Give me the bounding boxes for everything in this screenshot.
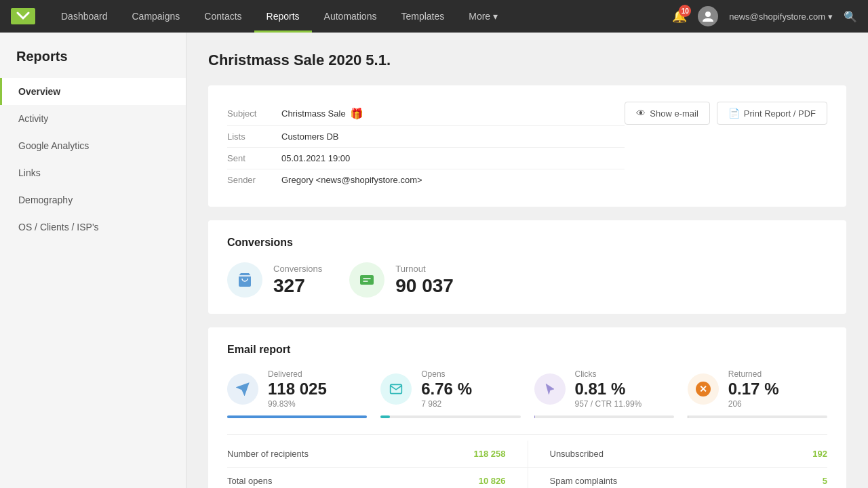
clicks-icon — [534, 373, 566, 405]
email-stats-row: Delivered 118 025 99.83% — [227, 369, 827, 418]
nav-reports[interactable]: Reports — [254, 0, 312, 33]
nav-right-actions: 🔔 10 news@shopifystore.com ▾ 🔍 — [672, 6, 857, 26]
user-avatar[interactable] — [698, 6, 718, 26]
opens-icon — [380, 373, 412, 405]
svg-point-0 — [705, 12, 711, 17]
sidebar-item-google-analytics[interactable]: Google Analytics — [0, 132, 186, 159]
delivered-sub: 99.83% — [268, 399, 327, 409]
delivered-value: 118 025 — [268, 380, 327, 398]
turnout-icon — [349, 262, 384, 298]
returned-label: Returned — [728, 369, 779, 379]
returned-sub: 206 — [728, 399, 779, 409]
total-opens-row: Total opens 10 826 — [227, 468, 528, 488]
sender-value: Gregory <news@shopifystore.com> — [281, 175, 422, 185]
app-logo[interactable] — [11, 8, 35, 24]
email-report-section-title: Email report — [227, 344, 827, 356]
sidebar-title: Reports — [0, 49, 186, 78]
opens-progress — [380, 415, 520, 418]
nav-more[interactable]: More ▾ — [456, 0, 510, 33]
lists-value: Customers DB — [281, 131, 339, 142]
recipients-label: Number of recipients — [227, 449, 309, 459]
print-report-button[interactable]: 📄 Print Report / PDF — [717, 102, 827, 125]
spam-complaints-row: Spam complaints 5 — [528, 468, 828, 488]
delivered-icon — [227, 373, 258, 405]
sidebar-item-overview[interactable]: Overview — [0, 78, 186, 105]
subject-label: Subject — [227, 108, 281, 119]
subject-row: Subject Christmass Sale 🎁 — [227, 102, 625, 126]
unsubscribed-value: 192 — [812, 449, 827, 459]
opens-value: 6.76 % — [421, 380, 472, 398]
returned-stat: ✕ Returned 0.17 % 206 — [688, 369, 827, 418]
campaign-info-card: Subject Christmass Sale 🎁 Lists Customer… — [208, 85, 846, 207]
spam-complaints-value: 5 — [823, 476, 827, 486]
turnout-stat: Turnout 90 037 — [349, 262, 454, 298]
email-report-card: Email report Delivered 118 025 — [208, 327, 846, 488]
conversions-info: Conversions 327 — [273, 264, 322, 297]
conversions-stat: Conversions 327 — [227, 262, 322, 298]
action-buttons: 👁 Show e-mail 📄 Print Report / PDF — [625, 102, 827, 125]
top-navigation: Dashboard Campaigns Contacts Reports Aut… — [0, 0, 868, 33]
nav-templates[interactable]: Templates — [389, 0, 456, 33]
conversions-icon — [227, 262, 262, 298]
clicks-value: 0.81 % — [575, 380, 642, 398]
clicks-label: Clicks — [575, 369, 642, 379]
opens-stat: Opens 6.76 % 7 982 — [380, 369, 534, 418]
subject-emoji: 🎁 — [350, 107, 363, 120]
turnout-label: Turnout — [395, 264, 454, 274]
clicks-progress — [534, 415, 674, 418]
nav-automations[interactable]: Automations — [312, 0, 389, 33]
returned-icon: ✕ — [688, 373, 719, 405]
notification-bell[interactable]: 🔔 10 — [672, 9, 687, 24]
returned-info: Returned 0.17 % 206 — [728, 369, 779, 409]
opens-label: Opens — [421, 369, 472, 379]
delivered-progress-fill — [227, 415, 367, 418]
delivered-stat: Delivered 118 025 99.83% — [227, 369, 380, 418]
recipients-value: 118 258 — [474, 449, 506, 459]
sender-row: Sender Gregory <news@shopifystore.com> — [227, 169, 625, 190]
sidebar-item-activity[interactable]: Activity — [0, 105, 186, 132]
sidebar: Reports Overview Activity Google Analyti… — [0, 33, 186, 488]
returned-value: 0.17 % — [728, 380, 779, 398]
total-opens-label: Total opens — [227, 476, 273, 486]
svg-rect-2 — [360, 275, 374, 285]
total-opens-value: 10 826 — [479, 476, 506, 486]
sent-row: Sent 05.01.2021 19:00 — [227, 148, 625, 169]
nav-campaigns[interactable]: Campaigns — [120, 0, 193, 33]
stats-table-section: Number of recipients 118 258 Unsubscribe… — [227, 434, 827, 488]
opens-info: Opens 6.76 % 7 982 — [421, 369, 472, 409]
lists-row: Lists Customers DB — [227, 126, 625, 148]
subject-value: Christmass Sale 🎁 — [281, 107, 363, 120]
nav-items: Dashboard Campaigns Contacts Reports Aut… — [49, 0, 672, 33]
search-button[interactable]: 🔍 — [844, 10, 857, 23]
sender-label: Sender — [227, 175, 281, 185]
returned-progress — [688, 415, 827, 418]
sidebar-item-os-clients-isp[interactable]: OS / Clients / ISP's — [0, 214, 186, 241]
page-title: Christmass Sale 2020 5.1. — [208, 52, 846, 69]
user-email-dropdown[interactable]: news@shopifystore.com ▾ — [729, 12, 833, 22]
divider — [227, 434, 827, 435]
campaign-details: Subject Christmass Sale 🎁 Lists Customer… — [227, 102, 625, 190]
conversions-value: 327 — [273, 275, 322, 297]
main-layout: Reports Overview Activity Google Analyti… — [0, 33, 868, 488]
conversions-stats: Conversions 327 Turnout 90 037 — [227, 262, 827, 298]
sidebar-item-links[interactable]: Links — [0, 159, 186, 186]
delivered-progress — [227, 415, 367, 418]
nav-dashboard[interactable]: Dashboard — [49, 0, 120, 33]
sidebar-item-demography[interactable]: Demography — [0, 186, 186, 214]
unsubscribed-label: Unsubscribed — [550, 449, 604, 459]
clicks-sub: 957 / CTR 11.99% — [575, 399, 642, 409]
sent-label: Sent — [227, 153, 281, 163]
svg-marker-4 — [237, 384, 249, 395]
clicks-progress-fill — [534, 415, 536, 418]
unsubscribed-row: Unsubscribed 192 — [528, 441, 828, 468]
sent-value: 05.01.2021 19:00 — [281, 153, 350, 163]
opens-progress-fill — [380, 415, 390, 418]
turnout-value: 90 037 — [395, 275, 454, 297]
delivered-label: Delivered — [268, 369, 327, 379]
lists-label: Lists — [227, 131, 281, 142]
nav-contacts[interactable]: Contacts — [192, 0, 254, 33]
recipients-row: Number of recipients 118 258 — [227, 441, 528, 468]
conversions-card: Conversions Conversions 327 — [208, 220, 846, 314]
show-email-button[interactable]: 👁 Show e-mail — [625, 102, 710, 125]
spam-complaints-label: Spam complaints — [550, 476, 618, 486]
